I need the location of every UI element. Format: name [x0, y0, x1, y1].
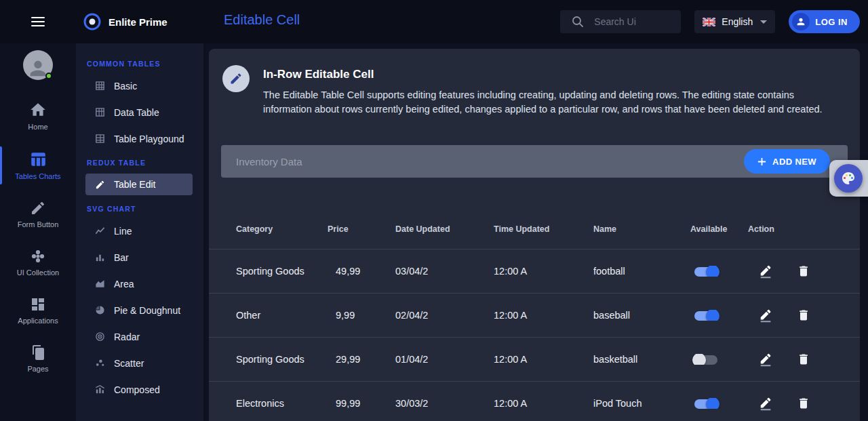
cell-category: Other	[236, 310, 328, 321]
cell-actions	[748, 260, 860, 282]
topbar: Enlite Prime Editable Cell English LOG I…	[0, 0, 868, 43]
sidebar-item-label: Pie & Doughnut	[114, 305, 180, 316]
language-selector[interactable]: English	[694, 10, 775, 33]
cell-name: football	[593, 266, 690, 277]
cell-time-updated: 12:00 A	[494, 310, 593, 321]
rail-item-label: UI Collection	[17, 268, 59, 277]
plus-icon	[757, 157, 766, 166]
pages-icon	[30, 344, 46, 361]
column-header: Name	[593, 224, 690, 234]
sidebar-item-data-table[interactable]: Data Table	[76, 99, 203, 125]
sidebar-item-radar[interactable]: Radar	[76, 323, 203, 350]
inventory-table: Category Price Date Updated Time Updated…	[209, 209, 860, 421]
rail-item-ui-collection[interactable]: UI Collection	[0, 241, 76, 283]
brand-name: Enlite Prime	[108, 16, 167, 28]
toggle-knob	[706, 266, 719, 277]
rail-item-label: Home	[28, 123, 47, 131]
table-row: Other 9,99 02/04/2 12:00 A baseball	[209, 294, 860, 338]
table-chart-icon	[29, 151, 47, 168]
edit-row-button[interactable]	[756, 393, 776, 414]
sidebar-item-label: Table Playgound	[114, 134, 184, 144]
edit-pencil-icon	[759, 307, 774, 323]
cell-available	[690, 310, 748, 321]
sidebar-item-basic[interactable]: Basic	[76, 73, 203, 99]
delete-row-button[interactable]	[794, 349, 813, 369]
line-chart-icon	[95, 226, 105, 236]
edit-pencil-icon	[759, 351, 774, 367]
user-avatar[interactable]	[23, 50, 53, 80]
edit-row-button[interactable]	[756, 304, 776, 326]
delete-row-button[interactable]	[794, 393, 813, 414]
login-button[interactable]: LOG IN	[789, 10, 860, 33]
cell-name: iPod Touch	[593, 398, 690, 409]
login-label: LOG IN	[815, 17, 848, 27]
cell-price: 29,99	[328, 354, 395, 365]
cell-category: Sporting Goods	[236, 354, 328, 365]
sidebar-item-table-edit[interactable]: Table Edit	[85, 174, 193, 195]
edit-row-button[interactable]	[756, 260, 776, 282]
table-title: Inventory Data	[236, 156, 302, 167]
rail-item-label: Applications	[18, 317, 58, 325]
card-header: In-Row Editable Cell The Editable Table …	[209, 49, 860, 117]
sidebar-item-area[interactable]: Area	[76, 270, 203, 297]
delete-row-button[interactable]	[794, 261, 813, 281]
add-new-label: ADD NEW	[772, 157, 816, 167]
hamburger-menu-button[interactable]	[0, 14, 76, 29]
pencil-icon	[229, 72, 243, 85]
area-chart-icon	[95, 279, 105, 289]
cell-date-updated: 30/03/2	[395, 398, 494, 409]
card-title: In-Row Editable Cell	[263, 68, 844, 81]
flower-icon	[30, 248, 46, 264]
cell-date-updated: 02/04/2	[395, 310, 494, 321]
delete-row-button[interactable]	[794, 305, 813, 325]
available-toggle[interactable]	[694, 399, 717, 409]
sidebar-item-scatter[interactable]: Scatter	[76, 350, 203, 376]
rail-item-label: Form Button	[18, 220, 59, 228]
sidebar-item-composed[interactable]: Composed	[76, 376, 203, 403]
cell-date-updated: 01/04/2	[395, 354, 494, 365]
rail-item-pages[interactable]: Pages	[0, 338, 76, 380]
cell-name: basketball	[593, 354, 690, 365]
cell-price: 9,99	[328, 310, 395, 321]
page-title: Editable Cell	[224, 12, 300, 28]
rail-item-tables-charts[interactable]: Tables Charts	[0, 144, 76, 187]
brand[interactable]: Enlite Prime	[83, 12, 167, 31]
sidebar-item-bar[interactable]: Bar	[76, 244, 203, 270]
cell-category: Sporting Goods	[236, 266, 328, 277]
sidebar-item-table-playground[interactable]: Table Playgound	[76, 125, 203, 152]
table-grid-icon	[95, 107, 105, 117]
theme-palette-button[interactable]	[834, 164, 863, 193]
sidebar-item-line[interactable]: Line	[76, 218, 203, 244]
available-toggle[interactable]	[694, 267, 717, 277]
sidebar: COMMON TABLES Basic Data Table Table Pla…	[76, 43, 203, 421]
available-toggle[interactable]	[694, 311, 717, 321]
pencil-icon	[95, 180, 105, 190]
table-grid-icon	[95, 81, 105, 91]
uk-flag-icon	[703, 18, 715, 26]
sidebar-item-pie-doughnut[interactable]: Pie & Doughnut	[76, 297, 203, 323]
cell-category: Electronics	[236, 398, 328, 409]
search-box[interactable]	[560, 10, 681, 33]
edit-pencil-icon	[759, 395, 774, 412]
rail-item-applications[interactable]: Applications	[0, 289, 76, 332]
sidebar-section-title: REDUX TABLE	[76, 152, 203, 172]
column-header: Price	[328, 224, 395, 234]
cell-actions	[748, 304, 860, 326]
main-content: In-Row Editable Cell The Editable Table …	[203, 43, 868, 421]
login-person-icon	[792, 13, 810, 31]
sidebar-item-label: Table Edit	[114, 179, 155, 190]
available-toggle[interactable]	[694, 355, 717, 365]
column-header: Category	[236, 224, 328, 234]
search-input[interactable]	[594, 16, 674, 27]
card-description: The Editable Table Cell supports editing…	[263, 88, 844, 117]
rail-item-home[interactable]: Home	[0, 94, 76, 138]
sidebar-item-label: Line	[114, 226, 132, 237]
enlite-logo-icon	[83, 12, 102, 31]
cell-date-updated: 03/04/2	[395, 266, 494, 277]
edit-row-button[interactable]	[756, 348, 776, 370]
add-new-button[interactable]: ADD NEW	[744, 149, 830, 174]
toggle-knob	[706, 398, 719, 409]
hamburger-icon	[31, 14, 45, 29]
pie-chart-icon	[95, 305, 105, 315]
rail-item-form-button[interactable]: Form Button	[0, 193, 76, 235]
